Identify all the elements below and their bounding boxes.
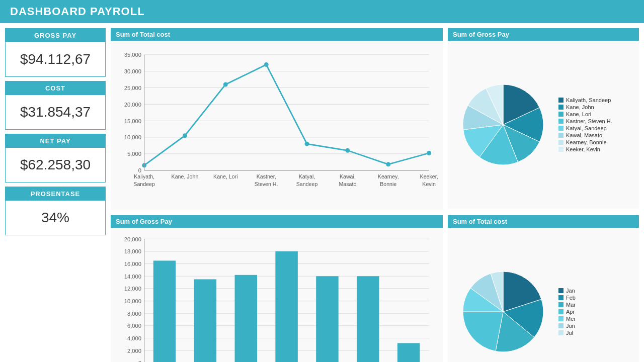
- legend-item: Jan: [558, 288, 576, 294]
- legend-color: [558, 105, 564, 110]
- legend-label: Kawai, Masato: [566, 132, 602, 138]
- legend-label: Kaliyath, Sandeep: [566, 97, 611, 103]
- svg-text:10,000: 10,000: [124, 298, 141, 304]
- svg-text:4,000: 4,000: [127, 335, 141, 341]
- cost-value: $31.854,37: [6, 95, 105, 129]
- legend-item: Feb: [558, 295, 576, 301]
- prosentase-card: PROSENTASE 34%: [5, 187, 106, 235]
- legend-label: Katyal, Sandeep: [566, 125, 607, 131]
- legend-item: Kawai, Masato: [558, 132, 612, 138]
- legend-label: Jul: [566, 330, 573, 336]
- legend-item: Katyal, Sandeep: [558, 125, 612, 131]
- svg-rect-62: [153, 260, 176, 362]
- legend-color: [558, 288, 564, 293]
- legend-item: Kane, Lori: [558, 111, 612, 117]
- svg-point-37: [427, 151, 431, 155]
- svg-text:0: 0: [138, 360, 141, 362]
- pie-cost-body: Jan Feb Mar Apr Mei Jun Jul: [448, 228, 639, 362]
- svg-point-32: [223, 82, 228, 87]
- gross-pay-label: GROSS PAY: [6, 29, 105, 42]
- svg-point-34: [305, 142, 309, 146]
- svg-text:Sandeep: Sandeep: [133, 181, 155, 187]
- legend-item: Jul: [558, 330, 576, 336]
- svg-text:35,000: 35,000: [124, 52, 141, 58]
- line-chart-title: Sum of Total cost: [111, 28, 443, 41]
- line-chart-svg: 05,00010,00015,00020,00025,00030,00035,0…: [113, 43, 440, 207]
- legend-item: Mei: [558, 316, 576, 322]
- svg-text:Masato: Masato: [339, 181, 356, 187]
- svg-point-31: [183, 133, 187, 138]
- svg-text:20,000: 20,000: [124, 102, 141, 108]
- svg-text:Katyal,: Katyal,: [299, 173, 315, 179]
- svg-text:Sandeep: Sandeep: [296, 181, 318, 187]
- svg-text:30,000: 30,000: [124, 68, 141, 74]
- bar-chart-body: 02,0004,0006,0008,00010,00012,00014,0001…: [111, 228, 443, 362]
- kpi-column: GROSS PAY $94.112,67 COST $31.854,37 NET…: [5, 28, 106, 362]
- net-pay-label: NET PAY: [6, 134, 105, 148]
- legend-item: Apr: [558, 309, 576, 315]
- legend-label: Kastner, Steven H.: [566, 118, 612, 124]
- cost-label: COST: [6, 81, 105, 95]
- dashboard-title: DASHBOARD PAYROLL: [10, 5, 145, 18]
- gross-pay-value: $94.112,67: [6, 42, 105, 76]
- pie-cost-title: Sum of Total cost: [448, 215, 639, 228]
- app: DASHBOARD PAYROLL GROSS PAY $94.112,67 C…: [0, 0, 644, 362]
- legend-color: [558, 309, 564, 314]
- legend-color: [558, 140, 564, 145]
- svg-text:Bonnie: Bonnie: [380, 181, 396, 187]
- pie-gross-body: Kaliyath, Sandeep Kane, John Kane, Lori …: [448, 41, 639, 209]
- main-content: GROSS PAY $94.112,67 COST $31.854,37 NET…: [0, 23, 644, 362]
- svg-text:18,000: 18,000: [124, 248, 141, 254]
- prosentase-value: 34%: [6, 201, 105, 235]
- svg-point-36: [386, 162, 390, 166]
- legend-color: [558, 330, 564, 335]
- pie-cost-legend: Jan Feb Mar Apr Mei Jun Jul: [558, 287, 576, 337]
- svg-rect-72: [357, 276, 379, 362]
- svg-text:Kawai,: Kawai,: [340, 173, 356, 179]
- svg-text:20,000: 20,000: [124, 236, 141, 242]
- legend-color: [558, 98, 564, 103]
- legend-label: Kearney, Bonnie: [566, 139, 607, 145]
- svg-text:10,000: 10,000: [124, 134, 141, 140]
- svg-text:16,000: 16,000: [124, 261, 141, 267]
- prosentase-label: PROSENTASE: [6, 187, 105, 201]
- bar-chart-container: Sum of Gross Pay 02,0004,0006,0008,00010…: [111, 215, 443, 362]
- legend-label: Kane, John: [566, 104, 594, 110]
- svg-rect-66: [235, 275, 257, 362]
- charts-column: Sum of Total cost 05,00010,00015,00020,0…: [111, 28, 443, 362]
- legend-item: Kane, John: [558, 104, 612, 110]
- legend-label: Keeker, Kevin: [566, 146, 600, 152]
- svg-text:5,000: 5,000: [127, 151, 141, 157]
- pie-gross-svg: [453, 74, 553, 175]
- dashboard-header: DASHBOARD PAYROLL: [0, 0, 644, 23]
- legend-color: [558, 119, 564, 124]
- legend-item: Keeker, Kevin: [558, 146, 612, 152]
- legend-item: Kearney, Bonnie: [558, 139, 612, 145]
- pie-gross-container: Sum of Gross Pay Kaliyath, Sandeep Kane,…: [448, 28, 639, 211]
- svg-text:25,000: 25,000: [124, 85, 141, 91]
- svg-text:12,000: 12,000: [124, 286, 141, 292]
- legend-color: [558, 295, 564, 300]
- svg-text:Kastner,: Kastner,: [257, 173, 276, 179]
- line-chart-container: Sum of Total cost 05,00010,00015,00020,0…: [111, 28, 443, 211]
- right-column: Sum of Gross Pay Kaliyath, Sandeep Kane,…: [448, 28, 639, 362]
- legend-color: [558, 112, 564, 117]
- legend-label: Feb: [566, 295, 576, 301]
- svg-text:14,000: 14,000: [124, 274, 141, 280]
- legend-label: Mei: [566, 316, 575, 322]
- legend-label: Jan: [566, 288, 575, 294]
- legend-item: Mar: [558, 302, 576, 308]
- bar-chart-title: Sum of Gross Pay: [111, 215, 443, 228]
- line-chart-body: 05,00010,00015,00020,00025,00030,00035,0…: [111, 41, 443, 210]
- legend-color: [558, 133, 564, 138]
- svg-text:15,000: 15,000: [124, 118, 141, 124]
- net-pay-value: $62.258,30: [6, 148, 105, 182]
- pie-gross-legend: Kaliyath, Sandeep Kane, John Kane, Lori …: [558, 96, 612, 153]
- legend-color: [558, 302, 564, 307]
- svg-rect-68: [275, 251, 297, 362]
- legend-color: [558, 147, 564, 152]
- bar-chart-svg: 02,0004,0006,0008,00010,00012,00014,0001…: [113, 230, 440, 362]
- svg-point-35: [345, 148, 350, 153]
- legend-label: Apr: [566, 309, 575, 315]
- legend-color: [558, 323, 564, 328]
